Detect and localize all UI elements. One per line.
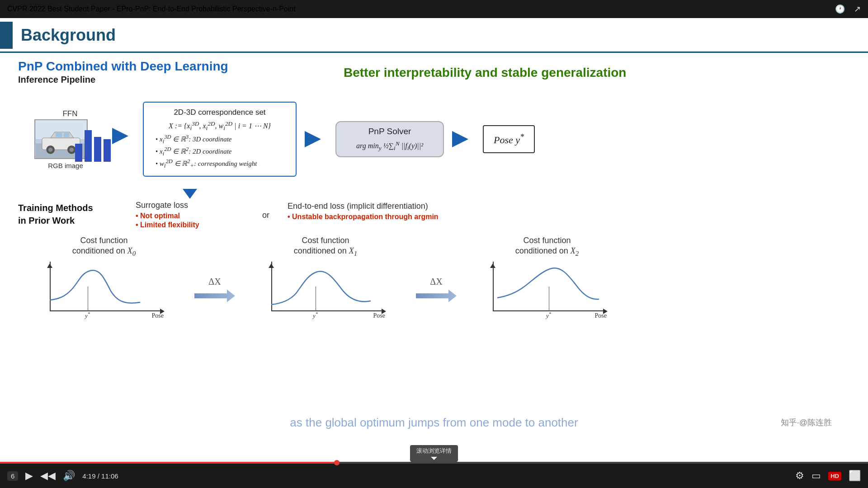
controls-bar: 6 ▶ ◀◀ 🔊 4:19 / 11:06 ⚙ ▭ HD ⬜ xyxy=(0,462,868,488)
cost-chart-area-2: y* Pose xyxy=(262,262,389,320)
bullet-3d: • xi3D ∈ ℝ3: 3D coordinate xyxy=(156,134,288,145)
bullet-weight: • wi2D ∈ ℝ2+: corresponding weight xyxy=(156,158,288,169)
video-title: CVPR 2022 Best Student Paper - EPro-PnP:… xyxy=(7,5,296,13)
slide-header-bar xyxy=(0,22,13,49)
progress-filled xyxy=(0,462,337,464)
cost-row: Cost functionconditioned on X0 y* Pose xyxy=(18,235,850,320)
ystar-label-1: y* xyxy=(85,311,90,319)
play-button[interactable]: ▶ xyxy=(25,470,33,482)
cost-title-1: Cost functionconditioned on X0 xyxy=(72,235,136,258)
cost-chart-2: Cost functionconditioned on X1 y* Pose xyxy=(240,235,411,320)
ffn-label: FFN xyxy=(27,109,113,118)
svg-rect-4 xyxy=(56,133,62,137)
next-button[interactable]: ◀◀ xyxy=(40,470,56,482)
pose-label-1: Pose xyxy=(152,312,164,319)
title-bar-icons: 🕐 ↗ xyxy=(835,4,861,14)
better-heading: Better interpretability and stable gener… xyxy=(344,66,626,80)
overlay-text: as the global optimum jumps from one mod… xyxy=(72,416,796,430)
progress-bar[interactable] xyxy=(0,462,868,464)
slide-header: Background xyxy=(0,18,868,53)
svg-point-9 xyxy=(70,147,74,151)
delta-label-1: ΔX xyxy=(208,277,221,287)
controls-left: 6 ▶ ◀◀ 🔊 4:19 / 11:06 xyxy=(7,470,118,482)
e2e-title: End-to-end loss (implicit differentiatio… xyxy=(288,202,468,211)
curve-svg-3 xyxy=(493,264,601,311)
arrow-to-corresp xyxy=(112,128,135,144)
volume-button[interactable]: 🔊 xyxy=(63,470,75,482)
ystar-line-3 xyxy=(549,286,549,311)
unstable-backprop: • Unstable backpropagation through argmi… xyxy=(288,213,468,221)
or-label: or xyxy=(262,211,269,220)
ystar-line-1 xyxy=(88,286,88,311)
page-number: 6 xyxy=(7,471,18,481)
bar-1 xyxy=(75,144,82,162)
slide-container: Background PnP Combined with Deep Learni… xyxy=(0,18,868,462)
settings-icon[interactable]: ⚙ xyxy=(795,470,804,482)
curve-svg-1 xyxy=(50,264,158,311)
inference-row: FFN xyxy=(18,89,850,189)
arrow-to-pose xyxy=(452,131,475,147)
curve-svg-2 xyxy=(271,264,380,311)
cost-chart-area-3: y* Pose xyxy=(484,262,610,320)
time-display: 4:19 / 11:06 xyxy=(82,472,118,480)
arrow-to-pnp xyxy=(305,131,327,147)
ystar-label-2: y* xyxy=(313,311,318,319)
limited-flex: • Limited flexibility xyxy=(136,221,244,229)
controls-right: ⚙ ▭ HD ⬜ xyxy=(795,470,861,482)
training-section: Training Methodsin Prior Work Surrogate … xyxy=(18,189,850,229)
cost-chart-3: Cost functionconditioned on X2 y* Pose xyxy=(461,235,633,320)
corresp-title: 2D-3D correspondence set xyxy=(152,108,288,117)
corresp-math: X := {xi3D, xi2D, wi2D | i = 1 ⋯ N} xyxy=(152,120,288,132)
bar-4 xyxy=(104,139,111,162)
not-optimal: • Not optimal xyxy=(136,212,244,220)
cost-chart-1: Cost functionconditioned on X0 y* Pose xyxy=(18,235,190,320)
pose-label-2: Pose xyxy=(373,312,385,319)
delta-arrow-2 xyxy=(416,290,457,302)
pnp-solver-math: arg miny ½∑iN ||fi(y)||² xyxy=(344,140,435,152)
bar-3 xyxy=(94,137,101,162)
corresp-box: 2D-3D correspondence set X := {xi3D, xi2… xyxy=(143,102,297,177)
delta-block-1: ΔX xyxy=(190,277,240,302)
training-methods-label: Training Methodsin Prior Work xyxy=(18,202,108,227)
surrogate-title: Surrogate loss xyxy=(136,201,244,210)
pose-box: Pose y* xyxy=(483,125,535,153)
subtitles-icon[interactable]: ▭ xyxy=(811,470,821,482)
e2e-col: End-to-end loss (implicit differentiatio… xyxy=(288,202,468,221)
clock-icon[interactable]: 🕐 xyxy=(835,4,845,14)
down-arrow-corresp xyxy=(183,189,197,199)
rgb-image-block: FFN xyxy=(18,109,104,169)
pnp-heading: PnP Combined with Deep Learning xyxy=(18,59,228,73)
hd-badge: HD xyxy=(828,472,841,480)
delta-block-2: ΔX xyxy=(411,277,461,302)
delta-arrow-1 xyxy=(194,290,235,302)
progress-dot[interactable] xyxy=(334,460,340,465)
pnp-solver-box: PnP Solver arg miny ½∑iN ||fi(y)||² xyxy=(335,121,444,158)
slide-title: Background xyxy=(21,26,116,45)
cost-chart-area-1: y* Pose xyxy=(41,262,167,320)
delta-label-2: ΔX xyxy=(430,277,442,287)
fullscreen-icon[interactable]: ⬜ xyxy=(849,470,861,482)
pose-label-3: Pose xyxy=(595,312,607,319)
cost-title-3: Cost functionconditioned on X2 xyxy=(515,235,579,258)
cost-title-2: Cost functionconditioned on X1 xyxy=(294,235,358,258)
watermark: 知乎·@陈连胜 xyxy=(781,417,832,428)
svg-point-7 xyxy=(48,147,52,151)
ystar-label-3: y* xyxy=(546,311,551,319)
bullet-2d: • xi2D ∈ ℝ2: 2D coordinate xyxy=(156,146,288,157)
svg-rect-5 xyxy=(64,133,70,137)
rgb-label: RGB image xyxy=(48,162,83,169)
ystar-line-2 xyxy=(316,286,316,311)
title-bar: CVPR 2022 Best Student Paper - EPro-PnP:… xyxy=(0,0,868,18)
pnp-solver-title: PnP Solver xyxy=(344,127,435,136)
bar-chart xyxy=(75,122,111,162)
scroll-tooltip-text: 滚动浏览详情 xyxy=(416,447,452,455)
slide-content: PnP Combined with Deep Learning Better i… xyxy=(0,53,868,460)
scroll-tooltip[interactable]: 滚动浏览详情 xyxy=(410,445,458,462)
bar-2 xyxy=(85,130,92,162)
controls-bottom: 6 ▶ ◀◀ 🔊 4:19 / 11:06 ⚙ ▭ HD ⬜ xyxy=(0,464,868,488)
surrogate-col: Surrogate loss • Not optimal • Limited f… xyxy=(136,201,244,229)
chevron-down-icon xyxy=(431,457,437,460)
share-icon[interactable]: ↗ xyxy=(854,4,861,14)
